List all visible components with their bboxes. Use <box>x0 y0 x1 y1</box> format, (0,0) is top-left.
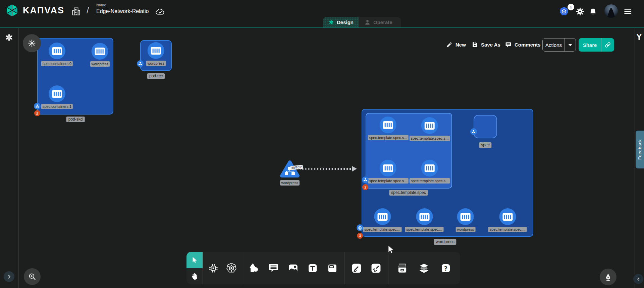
tab-operate[interactable]: Operate <box>359 17 401 27</box>
pod-type-badge[interactable] <box>34 103 41 110</box>
save-as-button[interactable]: Save As <box>472 42 500 48</box>
node-label: wordpress <box>146 61 166 66</box>
meshery-spinner-icon[interactable] <box>4 33 14 42</box>
container-node-template-3[interactable]: spec.template.spec.s... <box>410 160 450 184</box>
pod-type-badge[interactable] <box>470 128 477 135</box>
container-icon <box>457 208 474 225</box>
save-icon <box>472 42 478 48</box>
cursor-arrow-icon <box>191 256 198 264</box>
pod-rcc-group-label: pod-rcc <box>147 73 165 79</box>
actions-button-group: Actions <box>542 38 576 52</box>
container-icon <box>92 43 108 60</box>
container-node-bottom-2[interactable]: wordpress <box>456 208 476 232</box>
hand-icon <box>191 272 199 280</box>
freehand-draw-tool-button[interactable] <box>368 261 384 276</box>
node-label: spec.template.spec.... <box>405 227 444 232</box>
comment-tool-button[interactable] <box>266 261 281 276</box>
header-divider <box>0 27 644 28</box>
utility-section: ? <box>388 252 460 284</box>
pod-type-badge[interactable] <box>362 176 369 183</box>
hamburger-menu-icon[interactable] <box>623 7 632 15</box>
feedback-tab[interactable]: Feedback <box>636 131 644 168</box>
new-button[interactable]: New <box>446 42 466 48</box>
canvas-config-button[interactable] <box>23 34 41 52</box>
pod-icon <box>35 104 39 108</box>
left-rail-divider <box>18 28 19 288</box>
chevron-right-icon <box>7 274 11 279</box>
pod-type-badge[interactable] <box>137 60 144 67</box>
save-as-button-label: Save As <box>481 42 500 48</box>
copy-link-button[interactable] <box>601 38 614 52</box>
container-node-bottom-1[interactable]: spec.template.spec.... <box>405 208 444 232</box>
error-count-badge[interactable]: 3 <box>362 184 368 190</box>
organization-icon[interactable] <box>71 6 81 16</box>
settings-gear-icon[interactable] <box>576 7 585 16</box>
container-node-bottom-3[interactable]: spec.template.spec.... <box>488 208 527 232</box>
node-label: spec.template.spec.s... <box>410 178 450 184</box>
image-tool-button[interactable] <box>285 261 301 276</box>
layer5-y-icon[interactable]: Y <box>636 32 642 42</box>
design-name-input[interactable]: Edge-Network-Relatio <box>96 8 150 16</box>
cloud-save-status-icon[interactable] <box>155 7 165 17</box>
design-name-label: Name <box>96 3 106 7</box>
node-label: spec.containers.1 <box>41 104 73 109</box>
error-count-badge[interactable]: 2 <box>34 110 40 116</box>
service-edge[interactable] <box>301 168 354 170</box>
circuit-chip-icon <box>208 263 219 274</box>
text-tool-button[interactable] <box>305 261 320 276</box>
container-icon <box>148 42 164 59</box>
container-node-template-2[interactable]: spec.template.spec.s... <box>368 160 409 184</box>
meshsync-components-button[interactable] <box>206 261 221 276</box>
kanvas-logo[interactable]: KAΠVAS <box>5 3 64 18</box>
feedback-label: Feedback <box>637 139 642 160</box>
sidebar-expand-button[interactable] <box>4 271 14 282</box>
select-tool-button[interactable] <box>186 252 203 268</box>
service-node-wordpress[interactable]: wordpress <box>279 160 300 186</box>
container-node-wordpress-rcc[interactable]: wordpress <box>146 42 166 66</box>
new-button-label: New <box>455 42 466 48</box>
notifications-bell-icon[interactable] <box>589 8 597 16</box>
comments-button[interactable]: Comments <box>505 42 541 48</box>
snowflake-icon <box>28 39 36 47</box>
kubernetes-components-button[interactable] <box>224 261 239 276</box>
container-node-wordpress[interactable]: wordpress <box>90 43 110 67</box>
right-panel-collapse-button[interactable] <box>633 274 643 284</box>
container-node-bottom-0[interactable]: spec.template.spec.... <box>363 208 402 232</box>
share-button[interactable]: Share <box>579 38 601 52</box>
node-label: spec.template.spec.s... <box>368 178 409 184</box>
layers-button[interactable] <box>416 261 432 276</box>
design-tab-label: Design <box>337 19 354 25</box>
tab-design[interactable]: Design <box>323 17 359 27</box>
user-avatar[interactable] <box>604 4 618 18</box>
container-node-template-0[interactable]: spec.template.spec.s... <box>368 117 409 140</box>
zoom-search-button[interactable] <box>24 268 41 285</box>
container-icon <box>421 117 438 134</box>
edge-arrowhead-icon <box>352 166 357 171</box>
deployment-type-badge[interactable] <box>357 224 363 231</box>
container-node-template-1[interactable]: spec.template.spec.s... <box>410 117 450 141</box>
actions-dropdown-button[interactable] <box>565 39 576 51</box>
spec-node[interactable] <box>474 115 497 138</box>
link-icon <box>604 42 611 48</box>
actions-button[interactable]: Actions <box>543 39 565 51</box>
pod-skd-group-label: pod-skd <box>66 117 85 122</box>
help-button[interactable]: ? <box>438 261 453 276</box>
edge-pen-tool-button[interactable] <box>349 261 364 276</box>
drawer-button[interactable] <box>395 261 410 276</box>
pod-icon <box>363 178 367 182</box>
question-mark-icon: ? <box>440 263 451 274</box>
container-node-spec-containers-1[interactable]: spec.containers.1 <box>41 85 73 109</box>
container-icon <box>380 160 396 176</box>
deployment-group-label: wordpress <box>434 239 456 245</box>
shapes-tool-button[interactable] <box>246 261 262 276</box>
container-icon <box>416 208 433 225</box>
node-label: spec.containers.0 <box>41 61 73 66</box>
design-pen-button[interactable] <box>600 269 616 285</box>
archive-drawer-icon <box>396 262 408 274</box>
note-tool-button[interactable] <box>325 261 340 276</box>
pen-nib-icon <box>604 273 612 281</box>
pan-tool-button[interactable] <box>186 268 203 285</box>
container-node-spec-containers-0[interactable]: spec.containers.0 <box>41 43 73 66</box>
error-count-badge[interactable]: 3 <box>357 233 363 239</box>
actions-button-label: Actions <box>545 42 562 48</box>
